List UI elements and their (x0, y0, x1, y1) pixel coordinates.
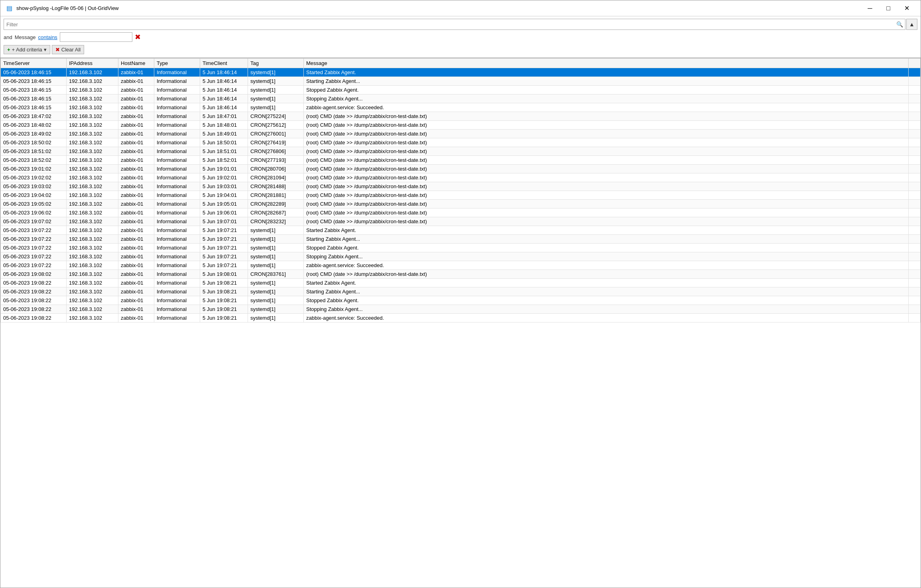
table-row[interactable]: 05-06-2023 18:46:15192.168.3.102zabbix-0… (1, 94, 921, 103)
table-container[interactable]: TimeServer IPAddress HostName Type TimeC… (0, 58, 921, 588)
cell-ipaddress: 192.168.3.102 (67, 296, 118, 305)
close-button[interactable]: ✕ (897, 0, 916, 16)
cell-extra (909, 86, 921, 94)
dropdown-icon: ▾ (44, 47, 47, 53)
cell-message: Stopped Zabbix Agent. (304, 244, 909, 252)
table-row[interactable]: 05-06-2023 19:07:22192.168.3.102zabbix-0… (1, 261, 921, 270)
table-row[interactable]: 05-06-2023 19:07:22192.168.3.102zabbix-0… (1, 252, 921, 261)
table-wrapper: TimeServer IPAddress HostName Type TimeC… (0, 58, 921, 588)
cell-message: Starting Zabbix Agent... (304, 287, 909, 296)
col-header-ipaddress[interactable]: IPAddress (67, 59, 118, 68)
cell-timeserver: 05-06-2023 18:47:02 (1, 112, 67, 121)
filter-input[interactable] (4, 19, 905, 30)
cell-type: Informational (154, 270, 200, 279)
cell-extra (909, 261, 921, 270)
cell-ipaddress: 192.168.3.102 (67, 235, 118, 244)
cell-ipaddress: 192.168.3.102 (67, 182, 118, 191)
minimize-button[interactable]: ─ (861, 0, 879, 16)
table-row[interactable]: 05-06-2023 18:46:15192.168.3.102zabbix-0… (1, 103, 921, 112)
col-header-hostname[interactable]: HostName (118, 59, 154, 68)
col-header-type[interactable]: Type (154, 59, 200, 68)
cell-type: Informational (154, 244, 200, 252)
cell-timeclient: 5 Jun 19:04:01 (200, 191, 248, 200)
table-row[interactable]: 05-06-2023 19:07:02192.168.3.102zabbix-0… (1, 217, 921, 226)
table-row[interactable]: 05-06-2023 18:48:02192.168.3.102zabbix-0… (1, 121, 921, 130)
col-header-timeserver[interactable]: TimeServer (1, 59, 67, 68)
col-header-message[interactable]: Message (304, 59, 909, 68)
table-row[interactable]: 05-06-2023 18:49:02192.168.3.102zabbix-0… (1, 130, 921, 138)
criteria-conjunction: and (4, 34, 12, 40)
cell-hostname: zabbix-01 (118, 235, 154, 244)
criteria-remove-button[interactable]: ✖ (135, 33, 141, 41)
table-row[interactable]: 05-06-2023 19:02:02192.168.3.102zabbix-0… (1, 173, 921, 182)
clear-all-button[interactable]: ✖ Clear All (52, 45, 84, 54)
cell-hostname: zabbix-01 (118, 86, 154, 94)
table-row[interactable]: 05-06-2023 19:07:22192.168.3.102zabbix-0… (1, 235, 921, 244)
table-row[interactable]: 05-06-2023 19:05:02192.168.3.102zabbix-0… (1, 200, 921, 208)
cell-ipaddress: 192.168.3.102 (67, 156, 118, 165)
table-header-row: TimeServer IPAddress HostName Type TimeC… (1, 59, 921, 68)
cell-tag: CRON[283232] (248, 217, 304, 226)
cell-tag: CRON[281094] (248, 173, 304, 182)
table-row[interactable]: 05-06-2023 19:08:22192.168.3.102zabbix-0… (1, 314, 921, 323)
table-row[interactable]: 05-06-2023 19:08:22192.168.3.102zabbix-0… (1, 296, 921, 305)
table-row[interactable]: 05-06-2023 19:01:02192.168.3.102zabbix-0… (1, 165, 921, 173)
cell-timeserver: 05-06-2023 18:46:15 (1, 103, 67, 112)
table-row[interactable]: 05-06-2023 19:08:02192.168.3.102zabbix-0… (1, 270, 921, 279)
cell-timeclient: 5 Jun 18:46:14 (200, 68, 248, 77)
table-row[interactable]: 05-06-2023 19:08:22192.168.3.102zabbix-0… (1, 305, 921, 314)
cell-extra (909, 147, 921, 156)
cell-message: (root) CMD (date >> /dump/zabbix/cron-te… (304, 191, 909, 200)
cell-tag: systemd[1] (248, 68, 304, 77)
table-row[interactable]: 05-06-2023 18:46:15192.168.3.102zabbix-0… (1, 77, 921, 86)
cell-hostname: zabbix-01 (118, 121, 154, 130)
cell-hostname: zabbix-01 (118, 147, 154, 156)
cell-extra (909, 156, 921, 165)
cell-timeserver: 05-06-2023 18:49:02 (1, 130, 67, 138)
table-row[interactable]: 05-06-2023 18:50:02192.168.3.102zabbix-0… (1, 138, 921, 147)
table-row[interactable]: 05-06-2023 19:08:22192.168.3.102zabbix-0… (1, 287, 921, 296)
table-row[interactable]: 05-06-2023 18:46:15192.168.3.102zabbix-0… (1, 68, 921, 77)
cell-hostname: zabbix-01 (118, 305, 154, 314)
table-row[interactable]: 05-06-2023 18:47:02192.168.3.102zabbix-0… (1, 112, 921, 121)
cell-message: (root) CMD (date >> /dump/zabbix/cron-te… (304, 182, 909, 191)
cell-tag: systemd[1] (248, 252, 304, 261)
cell-type: Informational (154, 191, 200, 200)
cell-timeserver: 05-06-2023 18:46:15 (1, 77, 67, 86)
col-header-timeclient[interactable]: TimeClient (200, 59, 248, 68)
criteria-value-input[interactable]: zabbix (60, 32, 132, 42)
scroll-up-button[interactable]: ▲ (906, 19, 917, 30)
cell-message: Started Zabbix Agent. (304, 226, 909, 235)
cell-timeclient: 5 Jun 19:07:21 (200, 252, 248, 261)
table-row[interactable]: 05-06-2023 19:06:02192.168.3.102zabbix-0… (1, 208, 921, 217)
cell-tag: systemd[1] (248, 314, 304, 323)
col-header-tag[interactable]: Tag (248, 59, 304, 68)
table-row[interactable]: 05-06-2023 19:07:22192.168.3.102zabbix-0… (1, 244, 921, 252)
cell-extra (909, 244, 921, 252)
cell-message: (root) CMD (date >> /dump/zabbix/cron-te… (304, 121, 909, 130)
table-row[interactable]: 05-06-2023 18:52:02192.168.3.102zabbix-0… (1, 156, 921, 165)
table-row[interactable]: 05-06-2023 18:51:02192.168.3.102zabbix-0… (1, 147, 921, 156)
cell-hostname: zabbix-01 (118, 217, 154, 226)
cell-timeclient: 5 Jun 19:08:21 (200, 305, 248, 314)
cell-tag: systemd[1] (248, 103, 304, 112)
cell-type: Informational (154, 279, 200, 287)
table-row[interactable]: 05-06-2023 19:04:02192.168.3.102zabbix-0… (1, 191, 921, 200)
cell-tag: CRON[276001] (248, 130, 304, 138)
cell-timeserver: 05-06-2023 19:07:02 (1, 217, 67, 226)
cell-ipaddress: 192.168.3.102 (67, 270, 118, 279)
table-row[interactable]: 05-06-2023 19:08:22192.168.3.102zabbix-0… (1, 279, 921, 287)
table-row[interactable]: 05-06-2023 18:46:15192.168.3.102zabbix-0… (1, 86, 921, 94)
cell-tag: systemd[1] (248, 77, 304, 86)
maximize-button[interactable]: □ (879, 0, 897, 16)
search-icon: 🔍 (896, 21, 903, 28)
table-row[interactable]: 05-06-2023 19:03:02192.168.3.102zabbix-0… (1, 182, 921, 191)
cell-hostname: zabbix-01 (118, 226, 154, 235)
cell-ipaddress: 192.168.3.102 (67, 287, 118, 296)
table-row[interactable]: 05-06-2023 19:07:22192.168.3.102zabbix-0… (1, 226, 921, 235)
cell-timeserver: 05-06-2023 19:07:22 (1, 235, 67, 244)
criteria-operator-link[interactable]: contains (38, 34, 57, 40)
cell-type: Informational (154, 86, 200, 94)
add-criteria-button[interactable]: + + Add criteria ▾ (4, 45, 50, 54)
cell-message: Starting Zabbix Agent... (304, 77, 909, 86)
